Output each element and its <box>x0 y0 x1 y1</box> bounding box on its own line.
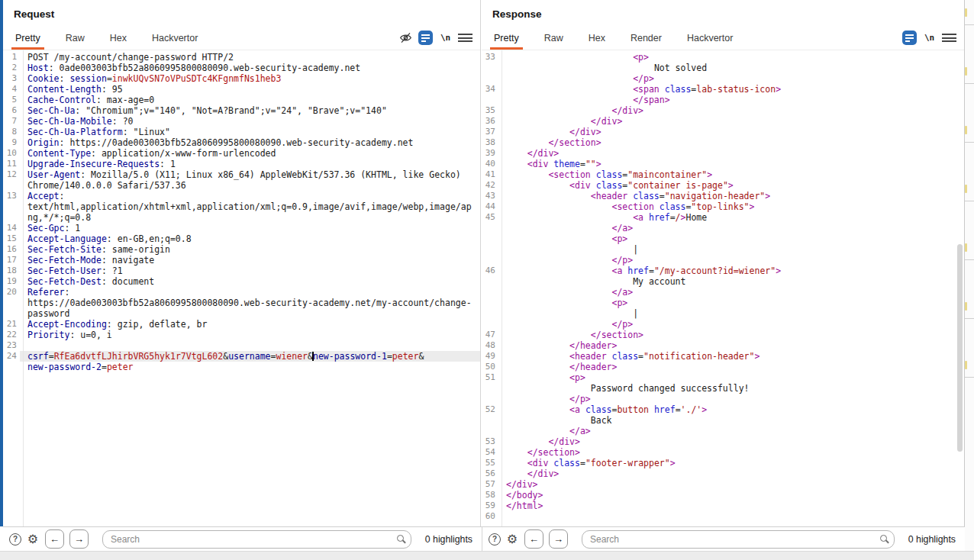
inspector-section-tab[interactable] <box>965 201 974 260</box>
line-number: 16 <box>3 244 20 255</box>
line-number: 60 <box>482 511 498 522</box>
editor-row: Password changed successfully! <box>482 383 964 394</box>
line-number: 35 <box>482 105 498 116</box>
line-number: 46 <box>482 266 498 276</box>
line-number <box>482 63 498 73</box>
editor-row: </p> <box>482 73 964 84</box>
editor-row: 16Sec-Fetch-Site: same-origin <box>3 244 480 255</box>
inspector-section-tab[interactable] <box>965 143 974 201</box>
help-icon[interactable] <box>489 533 501 546</box>
tab-hex[interactable]: Hex <box>587 33 607 50</box>
line-number <box>482 244 498 255</box>
editor-row: 4Content-Length: 95 <box>3 84 480 95</box>
tab-hackvertor[interactable]: Hackvertor <box>150 33 199 50</box>
line-number <box>3 308 20 319</box>
line-number <box>482 319 498 330</box>
request-highlights-count: 0 highlights <box>425 534 472 545</box>
editor-row: ng,*/*;q=0.8 <box>3 212 480 223</box>
line-number <box>3 298 20 308</box>
tab-hackvertor[interactable]: Hackvertor <box>685 33 734 50</box>
editor-row: https://0ade003003bfb52a8060995800080090… <box>3 298 480 308</box>
response-tabs: PrettyRawHexRenderHackvertor <box>492 33 734 50</box>
editor-row: 40 <div theme=""> <box>482 159 964 169</box>
line-number <box>482 426 498 436</box>
newline-icon[interactable]: \n <box>922 31 937 45</box>
request-panel-header: Request PrettyRawHexHackvertor \n <box>3 0 480 50</box>
response-highlights-count: 0 highlights <box>908 534 956 545</box>
editor-row: 49 <header class="notification-header"> <box>482 351 964 362</box>
wrap-lines-icon[interactable] <box>902 31 917 45</box>
request-search-input[interactable] <box>102 530 411 549</box>
wrap-lines-icon[interactable] <box>418 31 433 45</box>
line-number: 3 <box>3 73 20 84</box>
line-number: 2 <box>3 63 20 73</box>
help-icon[interactable] <box>9 533 21 546</box>
settings-icon[interactable] <box>505 533 519 546</box>
response-title: Response <box>482 0 964 20</box>
line-number: 54 <box>482 447 498 458</box>
menu-icon[interactable] <box>942 34 956 42</box>
back-arrow-icon[interactable] <box>524 529 543 549</box>
tab-render[interactable]: Render <box>629 33 663 50</box>
tab-hex[interactable]: Hex <box>108 33 128 50</box>
editor-row: </a> <box>482 287 964 298</box>
editor-row: 58</body> <box>482 490 964 500</box>
line-number <box>482 276 498 287</box>
line-number: 55 <box>482 458 498 468</box>
menu-icon[interactable] <box>458 34 472 42</box>
response-editor[interactable]: 33 <p> Not solved </p>34 <span class=lab… <box>482 50 964 526</box>
response-scrollbar[interactable] <box>957 244 963 452</box>
line-number <box>482 298 498 308</box>
line-number: 38 <box>482 137 498 148</box>
editor-row: 44 <section class="top-links"> <box>482 201 964 212</box>
settings-icon[interactable] <box>26 533 40 546</box>
line-number <box>3 201 20 212</box>
editor-row: </p> <box>482 394 964 404</box>
editor-row: 7Sec-Ch-Ua-Mobile: ?0 <box>3 116 480 127</box>
inspector-section-tab[interactable] <box>965 25 974 84</box>
line-number: 20 <box>3 287 20 298</box>
back-arrow-icon[interactable] <box>45 529 64 549</box>
line-number: 44 <box>482 201 498 212</box>
response-search-bar: 0 highlights <box>482 526 965 551</box>
line-number: 49 <box>482 351 498 362</box>
tab-pretty[interactable]: Pretty <box>492 33 521 50</box>
editor-row: new-password-2=peter <box>3 362 480 372</box>
line-number: 18 <box>3 266 20 276</box>
request-search-wrap <box>102 530 411 549</box>
line-number <box>482 394 498 404</box>
line-number: 11 <box>3 159 20 169</box>
line-number: 13 <box>3 191 20 201</box>
editor-row: 39 </div> <box>482 148 964 159</box>
line-number: 8 <box>3 127 20 137</box>
request-editor[interactable]: 1POST /my-account/change-password HTTP/2… <box>3 50 480 526</box>
editor-row: </p> <box>482 255 964 266</box>
hide-highlights-icon[interactable] <box>398 31 413 45</box>
editor-row: 18Sec-Fetch-User: ?1 <box>3 266 480 276</box>
editor-row: 19Sec-Fetch-Dest: document <box>3 276 480 287</box>
line-number: 24 <box>3 351 20 362</box>
newline-icon[interactable]: \n <box>438 31 453 45</box>
line-number <box>482 73 498 84</box>
forward-arrow-icon[interactable] <box>549 529 568 549</box>
editor-row: 52 <a class=button href='./'> <box>482 404 964 415</box>
line-number: 33 <box>482 52 498 63</box>
inspector-section-tab[interactable] <box>965 319 974 378</box>
editor-row: </span> <box>482 95 964 105</box>
inspector-section-tab[interactable] <box>965 84 974 143</box>
response-search-input[interactable] <box>582 530 895 549</box>
line-number: 19 <box>3 276 20 287</box>
editor-row: 34 <span class=lab-status-icon> <box>482 84 964 95</box>
line-number: 34 <box>482 84 498 95</box>
forward-arrow-icon[interactable] <box>69 529 89 549</box>
inspector-section-tab[interactable] <box>965 0 974 25</box>
editor-row: 60 <box>482 511 964 522</box>
inspector-section-tab[interactable] <box>965 260 974 319</box>
line-number: 51 <box>482 372 498 383</box>
editor-row: 17Sec-Fetch-Mode: navigate <box>3 255 480 266</box>
editor-row: 56 </div> <box>482 468 964 479</box>
tab-raw[interactable]: Raw <box>64 33 86 50</box>
response-panel: Response PrettyRawHexRenderHackvertor \n… <box>482 0 965 526</box>
tab-raw[interactable]: Raw <box>543 33 565 50</box>
tab-pretty[interactable]: Pretty <box>14 33 42 50</box>
